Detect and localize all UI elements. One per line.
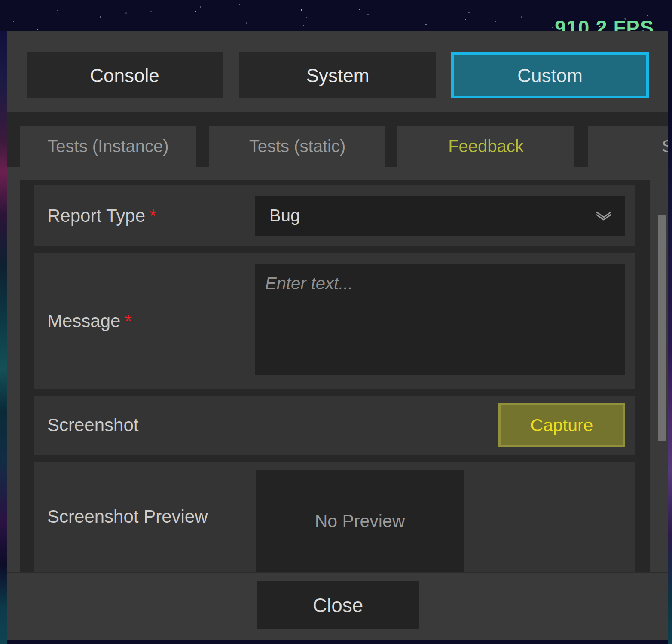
- message-label: Message*: [47, 310, 132, 333]
- report-type-value: Bug: [269, 206, 300, 225]
- report-type-label: Report Type*: [47, 204, 156, 227]
- game-art-left-strip: [0, 31, 7, 644]
- tab-system[interactable]: System: [239, 52, 436, 98]
- capture-button-label: Capture: [531, 415, 593, 435]
- required-asterisk: *: [125, 311, 131, 331]
- tab-console-label: Console: [90, 65, 159, 86]
- subtab-feedback-label: Feedback: [448, 137, 524, 156]
- subtab-tests-static[interactable]: Tests (static): [209, 126, 385, 167]
- message-input[interactable]: [255, 264, 625, 375]
- subtab-tests-instance[interactable]: Tests (Instance): [20, 126, 196, 167]
- subtab-tests-instance-label: Tests (Instance): [47, 137, 168, 156]
- game-art-bottom-strip: [0, 640, 672, 644]
- close-button[interactable]: Close: [257, 581, 419, 629]
- required-asterisk: *: [150, 205, 156, 226]
- subtab-tests-static-label: Tests (static): [249, 137, 345, 156]
- debug-console-dialog: Console System Custom Tests (Instance) T…: [7, 31, 668, 640]
- scrollbar-thumb[interactable]: [658, 215, 666, 441]
- report-type-dropdown[interactable]: Bug: [255, 196, 625, 236]
- subtab-system-clipped[interactable]: Sys: [588, 126, 668, 167]
- starfield-decoration: [0, 0, 1, 1]
- tab-custom-label: Custom: [517, 65, 583, 86]
- capture-button[interactable]: Capture: [498, 403, 625, 447]
- close-button-label: Close: [313, 594, 363, 617]
- screenshot-label: Screenshot: [47, 414, 138, 437]
- screenshot-preview-label: Screenshot Preview: [47, 505, 232, 528]
- game-art-right-strip: [668, 103, 672, 644]
- subtab-feedback-selected[interactable]: Feedback: [397, 126, 574, 167]
- tab-system-label: System: [306, 65, 370, 86]
- screenshot-preview-box: No Preview: [256, 470, 464, 572]
- chevron-down-icon: [594, 210, 613, 222]
- tab-console[interactable]: Console: [27, 52, 223, 98]
- subtab-system-label: Sys: [662, 137, 668, 156]
- tab-custom-selected[interactable]: Custom: [451, 52, 649, 98]
- no-preview-text: No Preview: [315, 511, 405, 531]
